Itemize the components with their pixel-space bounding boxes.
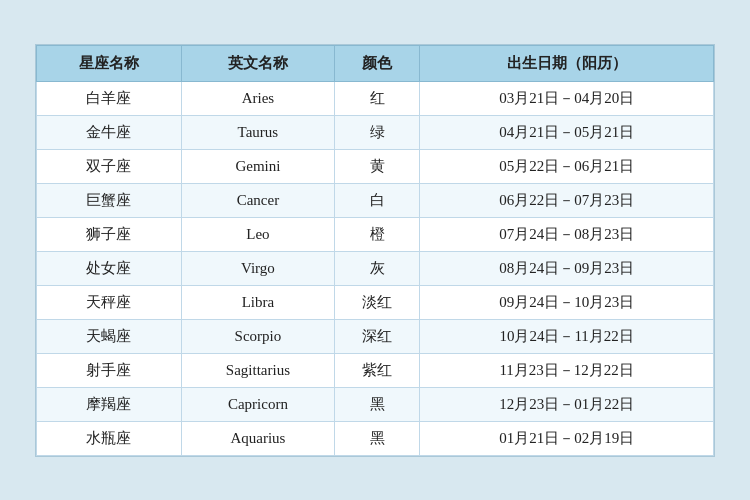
- cell-color: 紫红: [334, 353, 419, 387]
- cell-chinese-name: 摩羯座: [37, 387, 182, 421]
- cell-chinese-name: 天秤座: [37, 285, 182, 319]
- cell-color: 黄: [334, 149, 419, 183]
- cell-english-name: Sagittarius: [181, 353, 334, 387]
- cell-chinese-name: 水瓶座: [37, 421, 182, 455]
- table-row: 射手座Sagittarius紫红11月23日－12月22日: [37, 353, 714, 387]
- table-row: 巨蟹座Cancer白06月22日－07月23日: [37, 183, 714, 217]
- cell-chinese-name: 白羊座: [37, 81, 182, 115]
- cell-color: 灰: [334, 251, 419, 285]
- cell-dates: 01月21日－02月19日: [420, 421, 714, 455]
- cell-color: 淡红: [334, 285, 419, 319]
- cell-dates: 06月22日－07月23日: [420, 183, 714, 217]
- cell-chinese-name: 射手座: [37, 353, 182, 387]
- cell-chinese-name: 金牛座: [37, 115, 182, 149]
- cell-chinese-name: 处女座: [37, 251, 182, 285]
- cell-english-name: Virgo: [181, 251, 334, 285]
- table-row: 水瓶座Aquarius黑01月21日－02月19日: [37, 421, 714, 455]
- cell-english-name: Aquarius: [181, 421, 334, 455]
- table-body: 白羊座Aries红03月21日－04月20日金牛座Taurus绿04月21日－0…: [37, 81, 714, 455]
- table-row: 双子座Gemini黄05月22日－06月21日: [37, 149, 714, 183]
- header-english-name: 英文名称: [181, 45, 334, 81]
- table-row: 天秤座Libra淡红09月24日－10月23日: [37, 285, 714, 319]
- cell-dates: 09月24日－10月23日: [420, 285, 714, 319]
- header-chinese-name: 星座名称: [37, 45, 182, 81]
- cell-dates: 05月22日－06月21日: [420, 149, 714, 183]
- cell-chinese-name: 天蝎座: [37, 319, 182, 353]
- cell-english-name: Cancer: [181, 183, 334, 217]
- cell-english-name: Taurus: [181, 115, 334, 149]
- cell-color: 黑: [334, 421, 419, 455]
- table-row: 金牛座Taurus绿04月21日－05月21日: [37, 115, 714, 149]
- table-row: 摩羯座Capricorn黑12月23日－01月22日: [37, 387, 714, 421]
- cell-dates: 07月24日－08月23日: [420, 217, 714, 251]
- cell-english-name: Aries: [181, 81, 334, 115]
- cell-dates: 12月23日－01月22日: [420, 387, 714, 421]
- header-dates: 出生日期（阳历）: [420, 45, 714, 81]
- cell-english-name: Scorpio: [181, 319, 334, 353]
- zodiac-table: 星座名称 英文名称 颜色 出生日期（阳历） 白羊座Aries红03月21日－04…: [36, 45, 714, 456]
- table-header-row: 星座名称 英文名称 颜色 出生日期（阳历）: [37, 45, 714, 81]
- cell-color: 红: [334, 81, 419, 115]
- cell-chinese-name: 巨蟹座: [37, 183, 182, 217]
- table-row: 白羊座Aries红03月21日－04月20日: [37, 81, 714, 115]
- table-row: 狮子座Leo橙07月24日－08月23日: [37, 217, 714, 251]
- cell-dates: 04月21日－05月21日: [420, 115, 714, 149]
- table-row: 天蝎座Scorpio深红10月24日－11月22日: [37, 319, 714, 353]
- cell-english-name: Gemini: [181, 149, 334, 183]
- cell-color: 深红: [334, 319, 419, 353]
- header-color: 颜色: [334, 45, 419, 81]
- zodiac-table-container: 星座名称 英文名称 颜色 出生日期（阳历） 白羊座Aries红03月21日－04…: [35, 44, 715, 457]
- cell-color: 绿: [334, 115, 419, 149]
- cell-english-name: Leo: [181, 217, 334, 251]
- cell-color: 白: [334, 183, 419, 217]
- table-row: 处女座Virgo灰08月24日－09月23日: [37, 251, 714, 285]
- cell-dates: 10月24日－11月22日: [420, 319, 714, 353]
- cell-dates: 11月23日－12月22日: [420, 353, 714, 387]
- cell-dates: 08月24日－09月23日: [420, 251, 714, 285]
- cell-english-name: Capricorn: [181, 387, 334, 421]
- cell-chinese-name: 狮子座: [37, 217, 182, 251]
- cell-chinese-name: 双子座: [37, 149, 182, 183]
- cell-color: 黑: [334, 387, 419, 421]
- cell-english-name: Libra: [181, 285, 334, 319]
- cell-color: 橙: [334, 217, 419, 251]
- cell-dates: 03月21日－04月20日: [420, 81, 714, 115]
